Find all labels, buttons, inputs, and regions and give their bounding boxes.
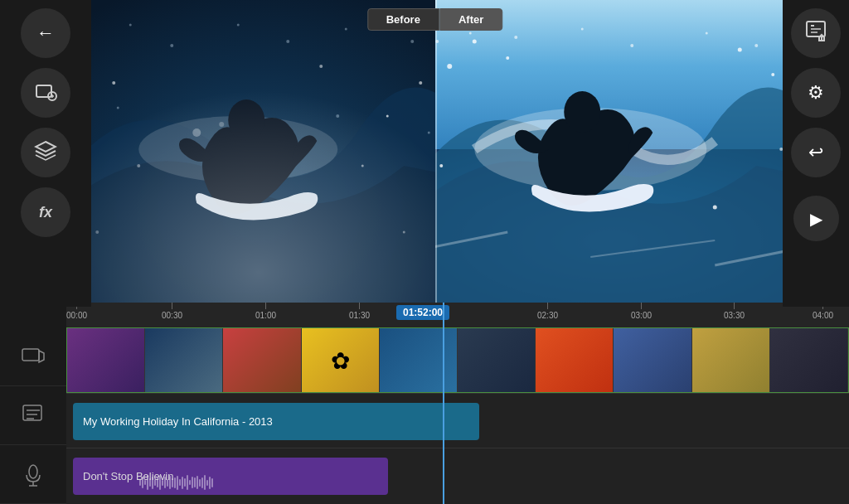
track-icons (0, 327, 66, 504)
svg-point-43 (472, 40, 476, 44)
timecode-0300: 03:00 (631, 303, 652, 320)
flower-icon: ✿ (331, 346, 350, 374)
active-timecode: 01:52:00 (396, 305, 449, 320)
timeline-area: 00:00 00:30 01:00 01:30 01:52:00 02:30 0… (0, 303, 849, 504)
svg-point-27 (129, 24, 132, 27)
svg-point-36 (336, 114, 339, 118)
text-clip[interactable]: My Working Holiday In California - 2013 (73, 403, 479, 440)
gear-icon: ⚙ (808, 82, 824, 104)
media-icon (34, 81, 57, 104)
svg-point-45 (737, 48, 741, 52)
before-panel (83, 0, 435, 303)
timecode-0030: 00:30 (162, 303, 182, 320)
video-track[interactable]: ✿ (66, 327, 849, 394)
svg-point-55 (514, 36, 517, 39)
export-button[interactable] (791, 8, 841, 58)
video-preview: Before After (83, 0, 787, 303)
svg-point-35 (117, 107, 119, 109)
ruler-playhead (443, 303, 444, 327)
svg-point-25 (403, 231, 405, 234)
before-button[interactable]: Before (367, 8, 439, 31)
video-thumb-6 (458, 328, 536, 392)
svg-point-56 (580, 28, 583, 31)
svg-point-32 (410, 40, 414, 43)
video-split-view (83, 0, 787, 303)
svg-point-69 (29, 465, 37, 478)
right-sidebar: ⚙ ↩ ▶ (783, 0, 849, 307)
fx-icon: fx (39, 204, 52, 221)
fx-button[interactable]: fx (21, 187, 70, 237)
export-icon (804, 19, 827, 47)
svg-point-44 (506, 56, 509, 60)
text-clip-label: My Working Holiday In California - 2013 (83, 415, 273, 428)
svg-rect-0 (36, 85, 51, 97)
video-track-icon (0, 327, 66, 386)
svg-point-20 (386, 115, 389, 118)
video-thumb-10 (770, 328, 848, 392)
play-icon: ▶ (810, 209, 822, 229)
text-track[interactable]: My Working Holiday In California - 2013 (66, 395, 849, 448)
timeline-tracks: ✿ My Working Holiday In California - 201… (0, 327, 849, 504)
audio-track[interactable]: Don't Stop Believin (66, 449, 849, 503)
svg-point-57 (630, 44, 633, 47)
video-thumb-9 (692, 328, 770, 392)
media-button[interactable] (21, 68, 70, 118)
svg-point-31 (345, 28, 347, 31)
audio-clip-label: Don't Stop Believin (83, 470, 173, 482)
timecode-0130: 01:30 (349, 303, 370, 320)
back-icon: ← (36, 22, 55, 44)
video-thumb-1 (67, 328, 145, 392)
video-thumb-3 (223, 328, 301, 392)
svg-point-49 (712, 206, 716, 210)
timecode-0330: 03:30 (724, 303, 745, 320)
settings-button[interactable]: ⚙ (791, 68, 841, 118)
svg-point-46 (771, 73, 774, 76)
video-thumb-4: ✿ (302, 328, 380, 392)
svg-point-37 (428, 132, 430, 134)
left-sidebar: ← fx (0, 0, 91, 307)
video-thumb-5 (380, 328, 458, 392)
audio-track-icon (0, 445, 66, 504)
svg-point-29 (237, 24, 240, 27)
svg-point-42 (447, 64, 452, 69)
after-button[interactable]: After (439, 8, 502, 31)
svg-point-59 (754, 44, 758, 47)
svg-point-22 (361, 165, 364, 167)
layers-button[interactable] (21, 128, 70, 177)
text-track-icon (0, 386, 66, 445)
svg-marker-4 (36, 142, 56, 152)
video-thumb-2 (145, 328, 223, 392)
timecode-marks: 00:00 00:30 01:00 01:30 01:52:00 02:30 0… (66, 303, 849, 327)
svg-point-54 (468, 32, 471, 35)
timecode-0230: 02:30 (537, 303, 558, 320)
svg-point-18 (112, 81, 115, 85)
svg-marker-64 (39, 351, 44, 362)
svg-point-23 (419, 81, 422, 85)
timecode-ruler: 00:00 00:30 01:00 01:30 01:52:00 02:30 0… (66, 303, 849, 327)
svg-point-24 (95, 230, 99, 234)
layers-icon (34, 138, 57, 167)
svg-point-28 (170, 44, 173, 47)
svg-point-48 (439, 164, 443, 167)
timecode-0100: 01:00 (255, 303, 276, 320)
svg-point-30 (286, 40, 289, 43)
audio-waveform (139, 474, 381, 491)
after-panel (435, 0, 788, 303)
svg-point-21 (137, 164, 140, 167)
split-line (435, 0, 437, 303)
video-thumbnails: ✿ (66, 327, 849, 393)
audio-clip[interactable]: Don't Stop Believin (73, 458, 388, 495)
before-after-controls: Before After (367, 8, 503, 31)
svg-point-19 (319, 65, 323, 68)
video-thumb-7 (536, 328, 614, 392)
undo-icon: ↩ (808, 142, 823, 163)
timeline-playhead (443, 327, 444, 504)
svg-point-58 (705, 32, 707, 35)
play-button[interactable]: ▶ (793, 196, 839, 241)
undo-button[interactable]: ↩ (791, 128, 841, 177)
back-button[interactable]: ← (21, 8, 70, 58)
svg-rect-17 (83, 0, 435, 303)
video-thumb-8 (614, 328, 691, 392)
svg-point-41 (564, 91, 600, 133)
svg-rect-63 (22, 349, 39, 361)
